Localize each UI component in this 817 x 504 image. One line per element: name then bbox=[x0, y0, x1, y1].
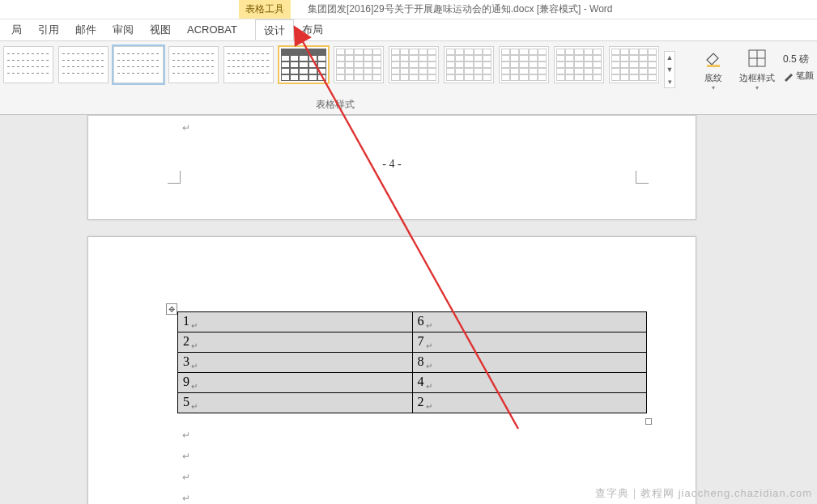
svg-rect-0 bbox=[707, 65, 720, 67]
page-previous: ↵ - 4 - bbox=[87, 115, 696, 220]
table-cell[interactable]: 4↵ bbox=[412, 373, 647, 393]
border-styles-icon bbox=[745, 46, 769, 70]
watermark: 查字典｜教程网 jiaocheng.chazidian.com bbox=[595, 486, 812, 501]
table-style-thumb[interactable] bbox=[223, 46, 274, 83]
table-style-thumb-selected[interactable] bbox=[279, 46, 329, 83]
shading-button[interactable]: 底纹 ▾ bbox=[696, 46, 731, 91]
ribbon: ▲ ▼ ▾ 表格样式 底纹 ▾ 边框样式 ▾ 0.5 磅 笔颜 bbox=[0, 40, 817, 115]
paragraph-mark: ↵ bbox=[182, 122, 190, 133]
contextual-tab-group-label: 表格工具 bbox=[239, 0, 291, 19]
border-styles-button[interactable]: 边框样式 ▾ bbox=[739, 46, 775, 91]
pen-width-selector[interactable]: 0.5 磅 bbox=[783, 46, 812, 66]
pen-controls: 0.5 磅 笔颜 bbox=[783, 46, 814, 82]
ribbon-right-controls: 底纹 ▾ 边框样式 ▾ 0.5 磅 笔颜 bbox=[696, 41, 817, 114]
shading-label: 底纹 bbox=[704, 72, 722, 84]
crop-mark-icon bbox=[168, 171, 181, 184]
paint-bucket-icon bbox=[701, 46, 726, 70]
crop-mark-icon bbox=[636, 171, 649, 184]
title-bar: 表格工具 集团团发[2016]29号关于开展趣味运动会的通知.docx [兼容模… bbox=[0, 0, 817, 19]
tab-view[interactable]: 视图 bbox=[142, 19, 179, 40]
table-row[interactable]: 5↵2↵ bbox=[178, 393, 647, 413]
pen-color-label: 笔颜 bbox=[796, 70, 814, 82]
table-style-thumb[interactable] bbox=[334, 46, 384, 83]
table-move-handle[interactable]: ✥ bbox=[166, 303, 177, 315]
pen-color-button[interactable]: 笔颜 bbox=[783, 66, 814, 82]
table-resize-handle[interactable] bbox=[645, 418, 652, 425]
chevron-down-icon: ▾ bbox=[755, 84, 759, 91]
dropdown-icon: ▾ bbox=[668, 78, 672, 86]
table-style-thumb[interactable] bbox=[168, 46, 219, 83]
page-number: - 4 - bbox=[88, 158, 696, 171]
table-cell[interactable]: 7↵ bbox=[412, 332, 647, 353]
table-cell[interactable]: 9↵ bbox=[178, 373, 413, 393]
tab-references[interactable]: 引用 bbox=[30, 19, 67, 40]
tab-mailings[interactable]: 邮件 bbox=[67, 19, 104, 40]
table-cell[interactable]: 6↵ bbox=[412, 312, 647, 332]
table-style-thumb[interactable] bbox=[113, 46, 164, 83]
table-cell[interactable]: 1↵ bbox=[178, 312, 413, 332]
border-styles-label: 边框样式 bbox=[739, 72, 775, 84]
table-style-thumb[interactable] bbox=[58, 46, 109, 83]
tab-layout-partial[interactable]: 局 bbox=[3, 19, 30, 40]
paragraph-marks: ↵ ↵ ↵ ↵ ↵ ↵ ↵ ↵ ↵ bbox=[182, 425, 190, 504]
table-style-thumb[interactable] bbox=[609, 46, 659, 83]
chevron-down-icon: ▼ bbox=[666, 66, 674, 74]
table-cell[interactable]: 3↵ bbox=[178, 353, 413, 373]
table-cell[interactable]: 2↵ bbox=[412, 393, 647, 413]
table-style-thumb[interactable] bbox=[499, 46, 549, 83]
table-row[interactable]: 9↵4↵ bbox=[178, 373, 647, 393]
tab-table-design[interactable]: 设计 bbox=[255, 19, 294, 40]
ribbon-group-label: 表格样式 bbox=[316, 98, 355, 112]
table-cell[interactable]: 2↵ bbox=[178, 332, 413, 353]
chevron-down-icon: ▾ bbox=[712, 84, 715, 91]
pen-icon bbox=[783, 70, 794, 82]
table-row[interactable]: 1↵6↵ bbox=[178, 312, 647, 332]
table-row[interactable]: 2↵7↵ bbox=[178, 332, 647, 353]
document-title: 集团团发[2016]29号关于开展趣味运动会的通知.docx [兼容模式] - … bbox=[308, 2, 613, 16]
table-cell[interactable]: 8↵ bbox=[412, 353, 647, 373]
tab-review[interactable]: 审阅 bbox=[104, 19, 142, 40]
page-current: ✥ 1↵6↵ 2↵7↵ 3↵8↵ 9↵4↵ 5↵2↵ ↵ ↵ ↵ ↵ ↵ ↵ ↵… bbox=[87, 236, 696, 504]
table-row[interactable]: 3↵8↵ bbox=[178, 353, 647, 373]
table-styles-more[interactable]: ▲ ▼ ▾ bbox=[664, 51, 675, 88]
tab-acrobat[interactable]: ACROBAT bbox=[179, 19, 245, 40]
table-cell[interactable]: 5↵ bbox=[178, 393, 413, 413]
document-table[interactable]: 1↵6↵ 2↵7↵ 3↵8↵ 9↵4↵ 5↵2↵ bbox=[177, 311, 647, 413]
document-area[interactable]: ↵ - 4 - ✥ 1↵6↵ 2↵7↵ 3↵8↵ 9↵4↵ 5↵2↵ ↵ ↵ ↵… bbox=[0, 115, 817, 504]
chevron-up-icon: ▲ bbox=[666, 53, 674, 61]
ribbon-tabs: 局 引用 邮件 审阅 视图 ACROBAT 设计 布局 bbox=[0, 19, 817, 40]
table-style-thumb[interactable] bbox=[444, 46, 494, 83]
table-style-thumb[interactable] bbox=[3, 46, 53, 83]
tab-table-layout[interactable]: 布局 bbox=[294, 19, 331, 40]
table-style-thumb[interactable] bbox=[389, 46, 439, 83]
table-style-thumb[interactable] bbox=[554, 46, 604, 83]
